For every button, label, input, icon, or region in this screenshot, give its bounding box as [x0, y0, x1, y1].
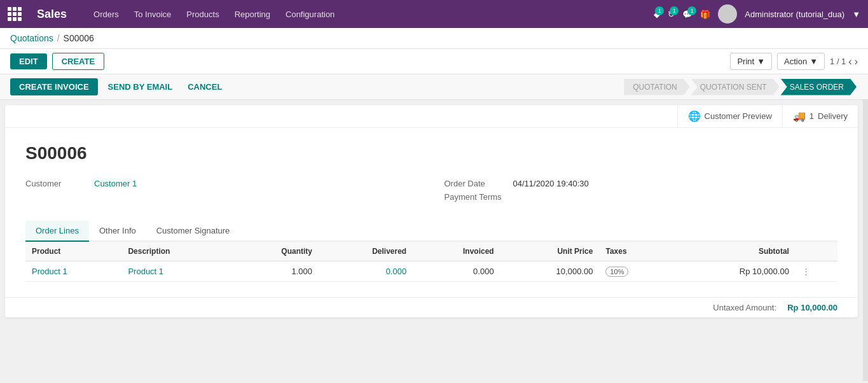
col-more	[796, 242, 837, 261]
col-taxes: Taxes	[599, 242, 670, 261]
tab-order-lines[interactable]: Order Lines	[25, 221, 89, 242]
row-taxes: 10%	[599, 261, 670, 282]
more-icon[interactable]: ⋮	[802, 267, 810, 276]
row-more: ⋮	[796, 261, 837, 282]
col-product: Product	[25, 242, 121, 261]
table-row: Product 1 Product 1 1.000 0.000 0.000 10…	[25, 261, 837, 282]
truck-icon: 🚚	[793, 110, 806, 122]
tabs: Order Lines Other Info Customer Signatur…	[25, 221, 837, 242]
tax-badge: 10%	[605, 267, 628, 277]
form-card: 🌐 Customer Preview 🚚 1 Delivery S00006 C…	[5, 105, 858, 317]
create-button[interactable]: CREATE	[52, 53, 104, 70]
username[interactable]: Administrator (tutorial_dua)	[745, 10, 844, 19]
status-sales-order[interactable]: SALES ORDER	[781, 79, 857, 95]
globe-icon: 🌐	[688, 110, 701, 122]
breadcrumb-separator: /	[57, 33, 60, 43]
payment-terms-row: Payment Terms	[444, 192, 838, 202]
refresh-badge: 1	[670, 6, 679, 15]
table-header-row: Product Description Quantity Delivered I…	[25, 242, 837, 261]
amount-row: Untaxed Amount: Rp 10,000.00	[713, 303, 837, 312]
order-table: Product Description Quantity Delivered I…	[25, 242, 837, 282]
left-fields: Customer Customer 1	[25, 179, 419, 205]
customer-row: Customer Customer 1	[25, 179, 419, 188]
col-subtotal: Subtotal	[671, 242, 796, 261]
form-body: S00006 Customer Customer 1 Order Date 04…	[5, 128, 858, 297]
col-delivered: Delivered	[319, 242, 413, 261]
order-date-label: Order Date	[444, 179, 508, 188]
pagination: 1 / 1 ‹ ›	[830, 56, 858, 67]
action-chevron-icon: ▼	[809, 57, 818, 66]
print-button[interactable]: Print ▼	[730, 53, 772, 70]
updates-icon[interactable]: ◆ 1	[654, 10, 660, 19]
print-chevron-icon: ▼	[757, 57, 765, 66]
row-subtotal: Rp 10,000.00	[671, 261, 796, 282]
status-pipeline: QUOTATION QUOTATION SENT SALES ORDER	[624, 79, 858, 95]
delivery-action[interactable]: 🚚 1 Delivery	[782, 105, 858, 127]
customer-value[interactable]: Customer 1	[94, 179, 137, 188]
messages-badge: 1	[687, 6, 696, 15]
untaxed-label: Untaxed Amount:	[713, 303, 776, 312]
brand-name[interactable]: Sales	[37, 8, 67, 21]
order-date-value: 04/11/2020 19:40:30	[513, 179, 589, 188]
customer-preview-action[interactable]: 🌐 Customer Preview	[677, 105, 782, 127]
status-quotation-sent[interactable]: QUOTATION SENT	[691, 79, 780, 95]
row-invoiced: 0.000	[413, 261, 500, 282]
breadcrumb: Quotations / S00006	[0, 28, 868, 49]
card-header-bar: 🌐 Customer Preview 🚚 1 Delivery	[5, 105, 858, 128]
breadcrumb-current: S00006	[64, 33, 94, 43]
main-content: 🌐 Customer Preview 🚚 1 Delivery S00006 C…	[0, 100, 863, 381]
menu-orders[interactable]: Orders	[87, 7, 125, 22]
create-invoice-button[interactable]: CREATE INVOICE	[10, 78, 98, 95]
col-description: Description	[121, 242, 231, 261]
delivery-count: 1	[809, 111, 814, 121]
avatar[interactable]	[718, 4, 737, 24]
form-title: S00006	[25, 143, 837, 164]
tab-customer-signature[interactable]: Customer Signature	[146, 221, 240, 242]
pagination-text: 1 / 1	[830, 57, 846, 66]
customer-label: Customer	[25, 179, 89, 188]
cancel-button[interactable]: CANCEL	[183, 78, 227, 95]
content-area: 🌐 Customer Preview 🚚 1 Delivery S00006 C…	[0, 100, 868, 381]
delivery-label: Delivery	[818, 111, 848, 121]
row-delivered[interactable]: 0.000	[319, 261, 413, 282]
messages-icon[interactable]: 💬 1	[682, 10, 692, 19]
pagination-prev[interactable]: ‹	[848, 56, 851, 67]
top-menu: Orders To Invoice Products Reporting Con…	[87, 7, 341, 22]
customer-preview-label: Customer Preview	[705, 111, 772, 121]
tab-other-info[interactable]: Other Info	[89, 221, 146, 242]
gift-icon[interactable]: 🎁	[700, 10, 710, 19]
top-nav: Sales Orders To Invoice Products Reporti…	[0, 0, 868, 28]
form-fields: Customer Customer 1 Order Date 04/11/202…	[25, 179, 837, 205]
toolbar: EDIT CREATE Print ▼ Action ▼ 1 / 1 ‹ ›	[0, 49, 868, 74]
menu-to-invoice[interactable]: To Invoice	[128, 7, 178, 22]
menu-configuration[interactable]: Configuration	[279, 7, 341, 22]
user-chevron-icon[interactable]: ▼	[852, 10, 860, 19]
action-bar: CREATE INVOICE SEND BY EMAIL CANCEL QUOT…	[0, 74, 868, 100]
refresh-icon[interactable]: ↻ 1	[668, 10, 675, 19]
scroll-bar[interactable]	[863, 100, 868, 381]
row-unit-price: 10,000.00	[500, 261, 600, 282]
payment-terms-label: Payment Terms	[444, 192, 508, 202]
col-invoiced: Invoiced	[413, 242, 500, 261]
col-unit-price: Unit Price	[500, 242, 600, 261]
row-description[interactable]: Product 1	[121, 261, 231, 282]
right-fields: Order Date 04/11/2020 19:40:30 Payment T…	[444, 179, 838, 205]
row-product[interactable]: Product 1	[25, 261, 121, 282]
updates-badge: 1	[655, 6, 664, 15]
breadcrumb-parent[interactable]: Quotations	[10, 33, 53, 43]
pagination-next[interactable]: ›	[855, 56, 858, 67]
print-label: Print	[737, 57, 754, 66]
col-quantity: Quantity	[231, 242, 319, 261]
row-quantity: 1.000	[231, 261, 319, 282]
status-quotation[interactable]: QUOTATION	[624, 79, 690, 95]
apps-icon[interactable]	[8, 7, 22, 21]
send-email-button[interactable]: SEND BY EMAIL	[103, 78, 178, 95]
untaxed-value: Rp 10,000.00	[787, 303, 837, 312]
top-nav-right: ◆ 1 ↻ 1 💬 1 🎁 Administrator (tutorial_du…	[654, 4, 860, 24]
order-date-row: Order Date 04/11/2020 19:40:30	[444, 179, 838, 188]
edit-button[interactable]: EDIT	[10, 53, 47, 69]
menu-products[interactable]: Products	[180, 7, 225, 22]
menu-reporting[interactable]: Reporting	[228, 7, 277, 22]
bottom-bar: Untaxed Amount: Rp 10,000.00	[5, 297, 858, 317]
action-button[interactable]: Action ▼	[777, 53, 825, 70]
